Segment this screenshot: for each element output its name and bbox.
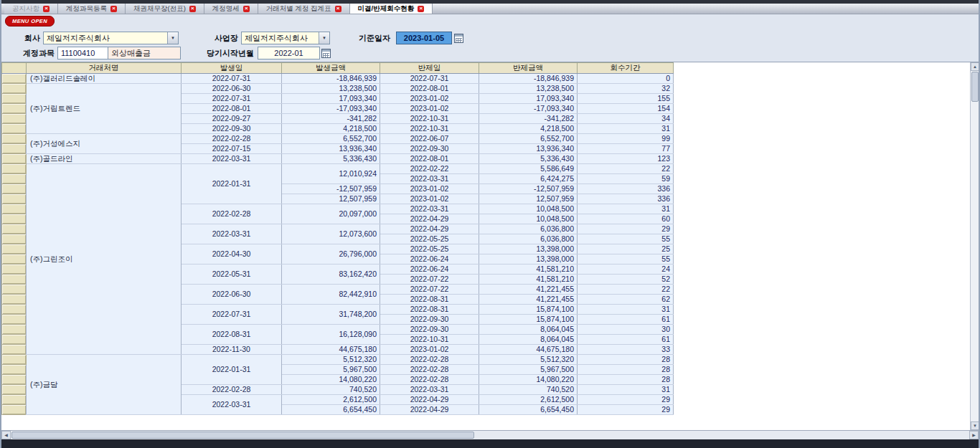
settlement-date-cell[interactable]: 2022-07-31 [380, 74, 479, 84]
settlement-amount-cell[interactable]: 13,398,000 [479, 244, 578, 254]
company-select[interactable]: 제일저지주식회사 ▼ [43, 32, 179, 44]
settlement-amount-cell[interactable]: 6,036,800 [479, 224, 578, 234]
occurrence-amount-cell[interactable]: 82,442,910 [282, 285, 380, 305]
collection-days-cell[interactable]: 99 [578, 134, 674, 144]
settlement-date-cell[interactable]: 2023-01-02 [380, 345, 479, 355]
settlement-date-cell[interactable]: 2022-10-31 [380, 335, 479, 345]
occurrence-amount-cell[interactable]: 12,507,959 [282, 194, 380, 204]
row-selector[interactable] [2, 134, 27, 144]
settlement-date-cell[interactable]: 2022-05-25 [380, 244, 479, 254]
column-header-4[interactable]: 반제일 [380, 63, 479, 74]
settlement-amount-cell[interactable]: 15,874,100 [479, 315, 578, 325]
collection-days-cell[interactable]: 22 [578, 164, 674, 174]
collection-days-cell[interactable]: 31 [578, 124, 674, 134]
collection-days-cell[interactable]: 32 [578, 84, 674, 94]
period-start-input[interactable]: 2022-01 [258, 47, 320, 59]
collection-days-cell[interactable]: 59 [578, 174, 674, 184]
occurrence-date-cell[interactable]: 2022-02-28 [182, 385, 282, 395]
occurrence-date-cell[interactable]: 2022-11-30 [182, 345, 282, 355]
settlement-date-cell[interactable]: 2022-03-31 [380, 204, 479, 214]
occurrence-amount-cell[interactable]: 16,128,090 [282, 325, 380, 345]
settlement-date-cell[interactable]: 2022-04-29 [380, 214, 479, 224]
settlement-amount-cell[interactable]: 4,218,500 [479, 124, 578, 134]
row-selector[interactable] [2, 164, 27, 174]
period-start-calendar-button[interactable] [321, 47, 332, 59]
row-selector[interactable] [2, 174, 27, 184]
row-selector[interactable] [2, 275, 27, 285]
occurrence-date-cell[interactable]: 2022-05-31 [182, 264, 282, 285]
occurrence-date-cell[interactable]: 2022-07-31 [182, 94, 282, 104]
collection-days-cell[interactable]: 62 [578, 295, 674, 305]
row-selector[interactable] [2, 94, 27, 104]
settlement-date-cell[interactable]: 2022-10-31 [380, 124, 479, 134]
settlement-amount-cell[interactable]: 6,424,275 [479, 174, 578, 184]
occurrence-amount-cell[interactable]: 12,073,600 [282, 224, 380, 244]
occurrence-date-cell[interactable]: 2022-04-30 [182, 244, 282, 264]
collection-days-cell[interactable]: 154 [578, 104, 674, 114]
collection-days-cell[interactable]: 31 [578, 305, 674, 315]
row-selector[interactable] [2, 345, 27, 355]
settlement-amount-cell[interactable]: -17,093,340 [479, 104, 578, 114]
settlement-amount-cell[interactable]: 17,093,340 [479, 94, 578, 104]
customer-name-cell[interactable]: (주)거성에스지 [27, 134, 182, 154]
settlement-amount-cell[interactable]: 8,064,045 [479, 335, 578, 345]
tab-close-icon[interactable]: × [43, 6, 50, 12]
column-header-5[interactable]: 반제금액 [479, 63, 578, 74]
vertical-scrollbar[interactable]: ▲ ▼ [970, 62, 979, 430]
row-selector[interactable] [2, 305, 27, 315]
collection-days-cell[interactable]: 28 [578, 355, 674, 365]
row-selector[interactable] [2, 285, 27, 295]
collection-days-cell[interactable]: 34 [578, 114, 674, 124]
occurrence-date-cell[interactable]: 2022-03-31 [182, 395, 282, 415]
occurrence-amount-cell[interactable]: 6,552,700 [282, 134, 380, 144]
settlement-amount-cell[interactable]: 10,048,500 [479, 204, 578, 214]
occurrence-date-cell[interactable]: 2022-03-31 [182, 154, 282, 164]
occurrence-amount-cell[interactable]: 13,936,340 [282, 144, 380, 154]
site-select[interactable]: 제일저지주식회사 ▼ [241, 32, 330, 44]
row-selector[interactable] [2, 84, 27, 94]
collection-days-cell[interactable]: 155 [578, 94, 674, 104]
tab-4[interactable]: 계정명세× [204, 4, 258, 14]
collection-days-cell[interactable]: 61 [578, 315, 674, 325]
settlement-date-cell[interactable]: 2022-04-29 [380, 224, 479, 234]
settlement-date-cell[interactable]: 2022-03-31 [380, 174, 479, 184]
row-selector[interactable] [2, 385, 27, 395]
grid-corner-cell[interactable] [2, 63, 27, 74]
settlement-date-cell[interactable]: 2022-02-28 [380, 375, 479, 385]
tab-3[interactable]: 채권채무장(전표)× [126, 4, 204, 14]
settlement-amount-cell[interactable]: 44,675,180 [479, 345, 578, 355]
row-selector[interactable] [2, 114, 27, 124]
settlement-amount-cell[interactable]: 14,080,220 [479, 375, 578, 385]
tab-close-icon[interactable]: × [418, 6, 424, 12]
collection-days-cell[interactable]: 336 [578, 184, 674, 194]
settlement-amount-cell[interactable]: -341,282 [479, 114, 578, 124]
row-selector[interactable] [2, 395, 27, 405]
occurrence-amount-cell[interactable]: -17,093,340 [282, 104, 380, 114]
settlement-amount-cell[interactable]: -12,507,959 [479, 184, 578, 194]
settlement-date-cell[interactable]: 2023-01-02 [380, 184, 479, 194]
row-selector[interactable] [2, 264, 27, 275]
occurrence-amount-cell[interactable]: 5,336,430 [282, 154, 380, 164]
collection-days-cell[interactable]: 24 [578, 264, 674, 275]
column-header-3[interactable]: 발생금액 [282, 63, 380, 74]
account-code-input[interactable]: 11100410 [57, 47, 108, 59]
customer-name-cell[interactable]: (주)골드라인 [27, 154, 182, 164]
row-selector[interactable] [2, 124, 27, 134]
tab-5[interactable]: 거래처별 계정 집계표× [258, 4, 350, 14]
settlement-amount-cell[interactable]: 13,398,000 [479, 254, 578, 264]
settlement-amount-cell[interactable]: 15,874,100 [479, 305, 578, 315]
collection-days-cell[interactable]: 60 [578, 214, 674, 224]
occurrence-date-cell[interactable]: 2022-07-31 [182, 74, 282, 84]
row-selector[interactable] [2, 365, 27, 375]
row-selector[interactable] [2, 104, 27, 114]
tab-close-icon[interactable]: × [335, 6, 341, 12]
collection-days-cell[interactable]: 30 [578, 325, 674, 335]
scroll-up-icon[interactable]: ▲ [971, 62, 979, 71]
occurrence-amount-cell[interactable]: 6,654,450 [282, 405, 380, 415]
settlement-amount-cell[interactable]: 6,552,700 [479, 134, 578, 144]
settlement-amount-cell[interactable]: 2,612,500 [479, 395, 578, 405]
settlement-date-cell[interactable]: 2022-06-24 [380, 264, 479, 275]
customer-name-cell[interactable]: (주)금담 [27, 355, 182, 415]
settlement-amount-cell[interactable]: 5,336,430 [479, 154, 578, 164]
settlement-date-cell[interactable]: 2022-09-30 [380, 144, 479, 154]
